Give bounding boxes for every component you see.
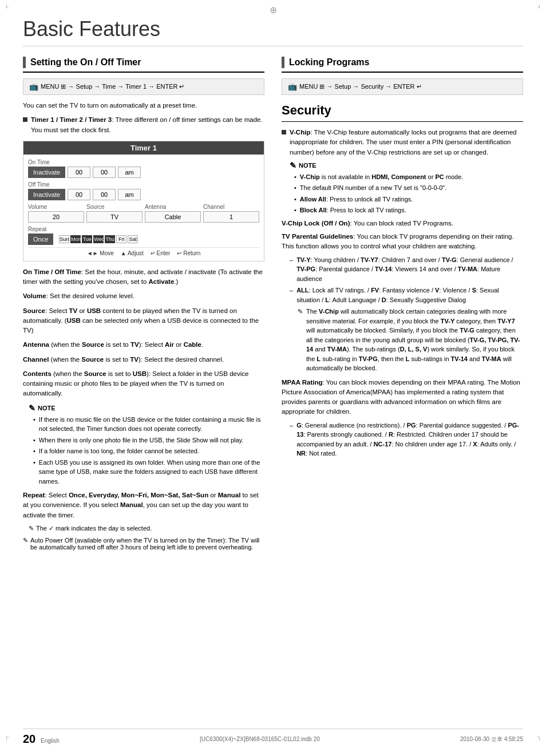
left-menu-text: MENU ⊞ → Setup → Time → Timer 1 → ENTER … — [41, 83, 185, 90]
day-sat: Sat — [128, 235, 138, 243]
on-time-ampm: am — [118, 167, 141, 178]
left-note-label: ✎ NOTE — [29, 403, 264, 413]
day-thu: Thu — [105, 235, 115, 243]
vchip-note-4: • Block All: Press to lock all TV rating… — [294, 205, 523, 215]
volume-text: Volume: Set the desired volume level. — [23, 291, 264, 301]
source-text: Source: Select TV or USB content to be p… — [23, 306, 264, 336]
timer-antenna-val: Cable — [145, 211, 201, 223]
timer-antenna-col: Antenna Cable — [145, 204, 201, 223]
note-bullet-3: • — [33, 446, 35, 456]
right-menu-path: 📺 MENU ⊞ → Setup → Security → ENTER ↵ — [282, 78, 523, 95]
corner-mark-tl: └ — [5, 5, 9, 11]
vchip-note-1: • V-Chip is not available in HDMI, Compo… — [294, 172, 523, 182]
note-icon: ✎ — [29, 403, 35, 413]
footer-language: English — [41, 738, 60, 744]
timer-title: Timer 1 — [23, 141, 264, 155]
vchip-nb-1: • — [294, 172, 296, 182]
on-time-min: 00 — [93, 167, 116, 178]
section-bar-right — [282, 57, 284, 68]
timer-volume-col: Volume 20 — [28, 204, 84, 223]
menu-icon-left: 📺 — [29, 82, 38, 91]
note-text-2: When there is only one photo file in the… — [39, 436, 244, 445]
corner-mark-br: ┐ — [537, 734, 541, 740]
channel-text: Channel (when the Source is set to TV): … — [23, 355, 264, 365]
vchip-lock-text: V-Chip Lock (Off / On): You can block ra… — [282, 219, 523, 228]
note-bullet-4: • — [33, 458, 35, 486]
vchip-note-label: ✎ NOTE — [290, 161, 523, 170]
timer-inner: On Time Inactivate 00 00 am Off Time Ina… — [23, 155, 264, 261]
timer-repeat-val: Once — [28, 233, 53, 245]
timer-channel-val: 1 — [203, 211, 259, 223]
tv-parental-item-2: – ALL: Lock all TV ratings. / FV: Fantas… — [290, 286, 523, 304]
timer-source-label: Source — [86, 204, 143, 210]
right-menu-text: MENU ⊞ → Setup → Security → ENTER ↵ — [299, 83, 422, 90]
vchip-text: V-Chip: The V-Chip feature automatically… — [290, 128, 523, 157]
page-number-block: 20 English — [23, 733, 60, 746]
page-footer: 20 English [UC6300(X4)~ZX]BN68-03165C-01… — [23, 729, 523, 746]
crosshair-icon: ⊕ — [270, 5, 277, 15]
vchip-nt-4: Block All: Press to lock all TV ratings. — [300, 205, 406, 215]
day-wed: Wed — [93, 235, 104, 243]
mpaa-text-1: G: General audience (no restrictions). /… — [296, 421, 523, 458]
timer-channel-col: Channel 1 — [203, 204, 259, 223]
note-item-4: • Each USB you use is assigned its own f… — [33, 458, 264, 486]
timer-bullet-text: Timer 1 / Timer 2 / Timer 3: Three diffe… — [31, 115, 264, 135]
left-note-title: NOTE — [38, 405, 56, 411]
on-off-time-text: On Time / Off Time: Set the hour, minute… — [23, 267, 264, 287]
timer-bullet-item: Timer 1 / Timer 2 / Timer 3: Three diffe… — [23, 115, 264, 135]
corner-mark-bl: ┌ — [5, 734, 9, 740]
vchip-nb-3: • — [294, 195, 296, 204]
day-mon: Mon — [70, 235, 81, 243]
off-time-ampm: am — [118, 189, 141, 200]
off-time-hour: 00 — [68, 189, 90, 200]
vchip-nb-4: • — [294, 205, 296, 215]
on-time-inactivate: Inactivate — [28, 167, 65, 178]
note-item-1: • If there is no music file on the USB d… — [33, 415, 264, 434]
auto-power-text: Auto Power Off (available only when the … — [30, 537, 264, 551]
vchip-note-title: NOTE — [299, 162, 316, 169]
repeat-label-text: Repeat — [28, 226, 259, 232]
intro-text: You can set the TV to turn on automatica… — [23, 101, 264, 110]
page-number: 20 — [23, 733, 35, 745]
note-text-1: If there is no music file on the USB dev… — [39, 415, 264, 434]
footer-file-info: [UC6300(X4)~ZX]BN68-03165C-01L02.indb 20 — [200, 736, 320, 742]
tv-parental-text-1: TV-Y: Young children / TV-Y7: Children 7… — [296, 255, 523, 284]
bullet-square-icon — [23, 117, 27, 122]
auto-power-note: ✎ Auto Power Off (available only when th… — [23, 537, 264, 551]
menu-icon-right: 📺 — [288, 82, 297, 91]
off-time-row: Inactivate 00 00 am — [28, 189, 259, 200]
vchip-nt-3: Allow All: Press to unlock all TV rating… — [300, 195, 413, 204]
note-bullet-1: • — [33, 415, 35, 434]
corner-mark-tr: ┘ — [537, 5, 541, 11]
check-mark-text: The ✓ mark indicates the day is selected… — [36, 525, 152, 532]
day-fri: Fri — [116, 235, 126, 243]
timer-antenna-label: Antenna — [145, 204, 201, 210]
vchip-nt-1: V-Chip is not available in HDMI, Compone… — [300, 172, 464, 182]
timer-box: Timer 1 On Time Inactivate 00 00 am Off … — [23, 141, 264, 262]
security-title: Security — [282, 103, 523, 122]
contents-text: Contents (when the Source is set to USB)… — [23, 369, 264, 399]
vchip-note-2: • The default PIN number of a new TV set… — [294, 183, 523, 193]
on-time-row: Inactivate 00 00 am — [28, 167, 259, 178]
vchip-nt-2: The default PIN number of a new TV set i… — [300, 183, 446, 193]
timer-source-col: Source TV — [86, 204, 143, 223]
check-mark-note: ✎ The ✓ mark indicates the day is select… — [29, 525, 264, 532]
footer-datetime: 2010-08-30 오후 4:58:25 — [460, 735, 523, 743]
left-menu-path: 📺 MENU ⊞ → Setup → Time → Timer 1 → ENTE… — [23, 78, 264, 95]
vchip-note-3: • Allow All: Press to unlock all TV rati… — [294, 195, 523, 204]
day-tue: Tue — [82, 235, 92, 243]
vchip-bullet-icon — [282, 130, 286, 134]
left-column: Setting the On / Off Timer 📺 MENU ⊞ → Se… — [23, 57, 264, 555]
vchip-nb-2: • — [294, 183, 296, 193]
left-note-box: ✎ NOTE • If there is no music file on th… — [29, 403, 264, 486]
vchip-auto-note: ✎ The V-Chip will automatically block ce… — [298, 307, 523, 373]
timer-source-val: TV — [86, 211, 143, 223]
timer-nav: ◄► Move ▲ Adjust ↵ Enter ↩ Return — [28, 247, 259, 256]
right-section-header: Locking Programs — [282, 57, 523, 73]
tv-parental-text-2: ALL: Lock all TV ratings. / FV: Fantasy … — [296, 286, 523, 304]
timer-days: Sun Mon Tue Wed Thu Fri Sat — [59, 235, 138, 243]
note-item-2: • When there is only one photo file in t… — [33, 436, 264, 445]
off-time-cells: Inactivate 00 00 am — [28, 189, 259, 200]
tv-parental-text: TV Parental Guidelines: You can block TV… — [282, 232, 523, 252]
note-text-4: Each USB you use is assigned its own fol… — [39, 458, 264, 486]
